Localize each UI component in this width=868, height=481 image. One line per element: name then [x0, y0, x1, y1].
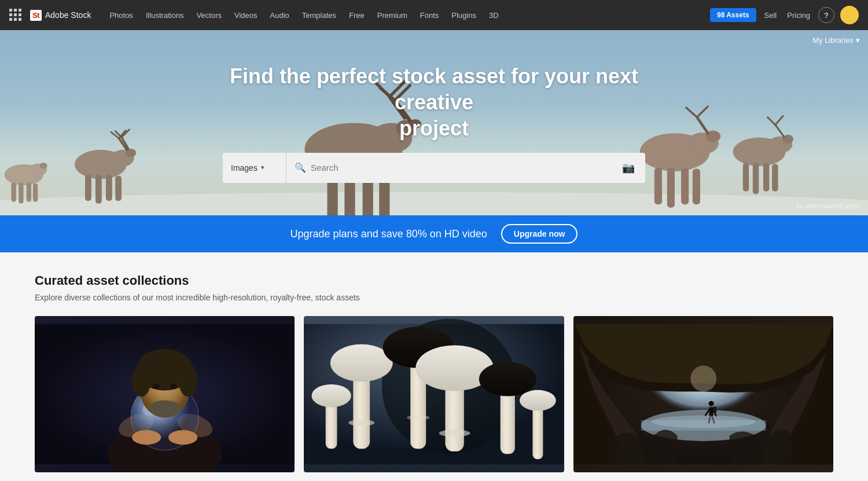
hero-title: Find the perfect stock asset for your ne… [208, 63, 660, 141]
svg-point-69 [132, 430, 161, 445]
card-cave-art [573, 316, 833, 472]
upgrade-now-button[interactable]: Upgrade now [501, 224, 578, 244]
svg-point-85 [349, 420, 375, 426]
collections-section: Curated asset collections Explore divers… [0, 252, 868, 472]
collection-card-man-sphere[interactable] [35, 316, 295, 472]
nav-item-fonts[interactable]: Fonts [414, 8, 445, 23]
assets-badge[interactable]: 98 Assets [710, 8, 756, 22]
nav-item-illustrations[interactable]: Illustrations [140, 8, 190, 23]
svg-point-70 [168, 430, 197, 445]
nav-item-audio[interactable]: Audio [264, 8, 295, 23]
svg-point-86 [439, 429, 470, 437]
help-icon[interactable]: ? [818, 7, 834, 23]
nav-right: 98 Assets Sell Pricing ? [710, 6, 859, 24]
svg-point-66 [152, 384, 160, 389]
search-icon: 🔍 [295, 162, 306, 173]
card-man-sphere-art [35, 316, 295, 472]
nav-item-templates[interactable]: Templates [296, 8, 342, 23]
nav-items: Photos Illustrations Vectors Videos Audi… [104, 8, 708, 23]
svg-rect-98 [713, 407, 716, 413]
nav-item-free[interactable]: Free [343, 8, 370, 23]
collection-card-mushrooms[interactable] [304, 316, 564, 472]
promo-text: Upgrade plans and save 80% on HD video [290, 228, 487, 240]
search-type-dropdown[interactable]: Images ▾ [223, 153, 286, 183]
promo-banner: Upgrade plans and save 80% on HD video U… [0, 215, 868, 252]
svg-point-68 [149, 401, 181, 416]
nav-item-photos[interactable]: Photos [104, 8, 138, 23]
my-libraries-button[interactable]: My Libraries ▾ [812, 36, 860, 45]
hero-content: Find the perfect stock asset for your ne… [208, 63, 660, 141]
adobe-stock-logo[interactable]: St Adobe Stock [30, 10, 91, 21]
my-libraries-chevron: ▾ [856, 36, 860, 45]
search-input-wrap: 🔍 📷 [286, 159, 645, 177]
svg-point-87 [407, 415, 430, 420]
sell-link[interactable]: Sell [762, 8, 779, 23]
svg-point-74 [312, 384, 351, 407]
hero-section: My Libraries ▾ Find the perfect stock as… [0, 30, 868, 215]
collection-card-cave[interactable] [573, 316, 833, 472]
nav-item-plugins[interactable]: Plugins [446, 8, 482, 23]
collections-grid [35, 316, 833, 472]
search-type-label: Images [231, 163, 258, 172]
search-bar: Images ▾ 🔍 📷 [223, 153, 645, 183]
svg-rect-93 [709, 407, 713, 416]
nav-item-premium[interactable]: Premium [372, 8, 413, 23]
svg-point-82 [479, 362, 536, 396]
svg-point-99 [651, 416, 755, 428]
card-mushrooms-art [304, 316, 564, 472]
hero-photo-credit: by albert rösch/EyeEm [796, 203, 860, 210]
svg-point-65 [179, 366, 197, 397]
svg-point-84 [520, 390, 556, 411]
nav-item-videos[interactable]: Videos [229, 8, 263, 23]
my-libraries-label: My Libraries [812, 36, 854, 45]
search-input[interactable] [311, 163, 615, 172]
nav-item-3d[interactable]: 3D [483, 8, 505, 23]
svg-point-92 [708, 401, 713, 406]
collections-title: Curated asset collections [35, 273, 833, 288]
logo-box: St [30, 10, 42, 21]
dropdown-chevron-icon: ▾ [261, 164, 264, 171]
camera-search-icon[interactable]: 📷 [620, 159, 637, 177]
nav-item-vectors[interactable]: Vectors [191, 8, 227, 23]
app-switcher-icon[interactable] [9, 9, 22, 21]
navbar: St Adobe Stock Photos Illustrations Vect… [0, 0, 868, 30]
user-avatar[interactable] [840, 6, 859, 24]
svg-point-64 [132, 366, 150, 397]
pricing-link[interactable]: Pricing [785, 8, 812, 23]
collections-subtitle: Explore diverse collections of our most … [35, 293, 833, 302]
svg-point-67 [170, 384, 178, 389]
svg-point-100 [690, 366, 716, 392]
logo-text: Adobe Stock [45, 10, 91, 20]
